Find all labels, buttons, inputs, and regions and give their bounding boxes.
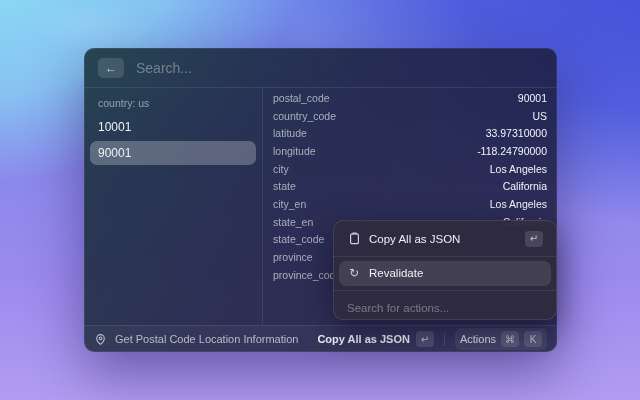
metadata-row: city Los Angeles (273, 160, 547, 178)
actions-label: Actions (460, 333, 496, 345)
metadata-value: California (503, 180, 547, 192)
metadata-label: city_en (273, 198, 306, 210)
metadata-row: state California (273, 177, 547, 195)
metadata-label: state_en (273, 216, 313, 228)
menu-item-label: Revalidate (369, 267, 543, 279)
menu-divider (333, 256, 557, 257)
metadata-label: state_code (273, 233, 324, 245)
revalidate-icon: ↻ (347, 266, 361, 280)
menu-item-revalidate[interactable]: ↻ Revalidate (339, 261, 551, 287)
metadata-value: 90001 (518, 92, 547, 104)
desktop-background: ← country: us 10001 90001 postal_code 90… (0, 0, 640, 400)
metadata-row: longitude -118.24790000 (273, 142, 547, 160)
actions-search-input[interactable] (339, 295, 551, 320)
clipboard-icon (347, 232, 361, 245)
metadata-label: province (273, 251, 313, 263)
back-arrow-icon: ← (105, 61, 117, 75)
list-item-10001[interactable]: 10001 (90, 115, 256, 139)
footer-divider (444, 333, 445, 346)
metadata-value: 33.97310000 (486, 127, 547, 139)
metadata-row: city_en Los Angeles (273, 195, 547, 213)
action-menu-popover: Copy All as JSON ↵ ↻ Revalidate (333, 220, 557, 320)
metadata-label: country_code (273, 110, 336, 122)
metadata-row: latitude 33.97310000 (273, 124, 547, 142)
background-watermark (38, 6, 148, 48)
search-bar: ← (84, 48, 557, 88)
enter-key-icon: ↵ (416, 331, 434, 347)
metadata-value: US (532, 110, 547, 122)
metadata-row: country_code US (273, 107, 547, 125)
metadata-label: city (273, 163, 289, 175)
metadata-value: Los Angeles (490, 198, 547, 210)
menu-item-label: Copy All as JSON (369, 233, 517, 245)
metadata-label: state (273, 180, 296, 192)
k-key-icon: K (524, 331, 542, 347)
primary-action-label: Copy All as JSON (317, 333, 410, 345)
metadata-label: longitude (273, 145, 316, 157)
menu-item-copy-all-as-json[interactable]: Copy All as JSON ↵ (339, 226, 551, 252)
metadata-value: Los Angeles (490, 163, 547, 175)
primary-action-button[interactable]: Copy All as JSON ↵ (317, 331, 434, 347)
list-item-label: 10001 (98, 120, 131, 134)
metadata-label: latitude (273, 127, 307, 139)
actions-button[interactable]: Actions ⌘ K (455, 328, 547, 350)
metadata-label: postal_code (273, 92, 330, 104)
status-bar: Get Postal Code Location Information Cop… (84, 325, 557, 352)
menu-divider (333, 290, 557, 291)
extension-title: Get Postal Code Location Information (115, 333, 309, 345)
metadata-row: postal_code 90001 (273, 89, 547, 107)
search-input[interactable] (136, 60, 543, 76)
back-button[interactable]: ← (98, 58, 124, 78)
metadata-value: -118.24790000 (477, 145, 547, 157)
cmd-key-icon: ⌘ (501, 331, 519, 347)
results-list: country: us 10001 90001 (84, 88, 262, 325)
list-item-90001[interactable]: 90001 (90, 141, 256, 165)
metadata-label: province_code (273, 269, 341, 281)
list-section-header: country: us (90, 93, 256, 115)
location-pin-icon (94, 333, 107, 346)
list-item-label: 90001 (98, 146, 131, 160)
enter-key-icon: ↵ (525, 231, 543, 247)
